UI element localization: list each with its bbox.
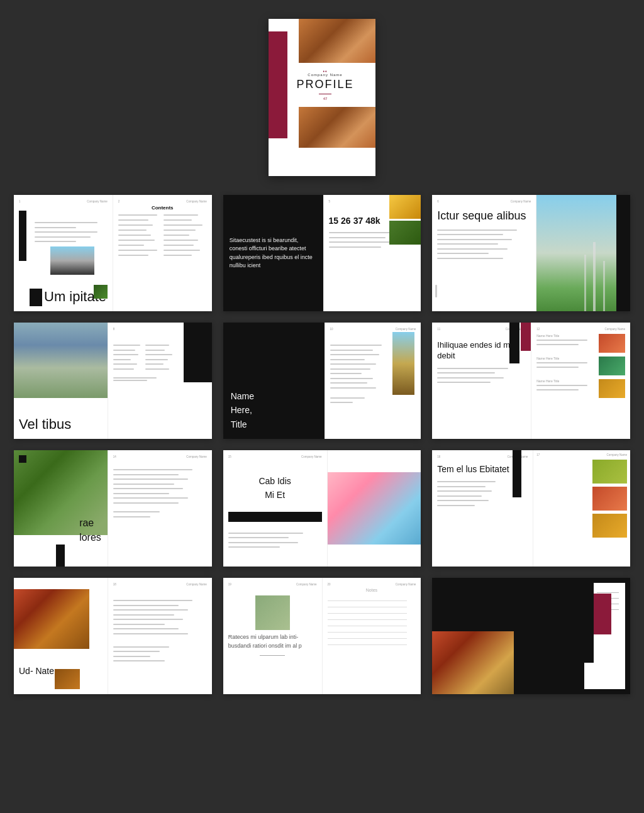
text-line [437,495,482,497]
spread-12 [432,578,630,694]
notes-title: Notes [328,588,416,592]
text-line [329,241,394,243]
company-name-1: Company Name [87,200,108,203]
page-num: 20 [328,583,331,586]
spread-12-white-bottom [584,663,625,689]
notes-line [328,600,408,601]
text-line [113,605,179,606]
spread-7-text-lines [113,468,207,505]
windmill-2 [584,255,586,311]
spread-11-page-right: 20 Company Name Notes [323,578,421,694]
food-image-1 [592,460,627,484]
stat-37: 37 [353,216,364,226]
spread-1-road-image [50,246,94,275]
page-num: 18 [113,583,116,586]
spread-6-page-right: 12 Company Name Name Here Title Name Her… [531,323,630,439]
team-item-3: Name Here Title [536,379,625,398]
text-line [228,542,299,543]
text-line [118,255,148,256]
company-name: Company Name [186,583,207,586]
rae-text: rae lores [79,516,101,545]
text-line [330,402,353,403]
text-line [330,359,365,360]
spread-1-left-header: 1 Company Name [19,200,108,203]
text-line [437,372,495,373]
title-line: Title [231,419,247,429]
spread-8-text-lines [228,531,322,550]
text-line [113,516,151,517]
spread-4-text-cols [113,343,175,371]
spread-3-side-text [435,284,437,299]
notes-line [328,644,408,645]
text-line [329,246,381,248]
spread-5: Name Here, Title 10 Company Name [223,323,421,439]
spread-5-bottom-lines [330,396,416,405]
text-line [113,646,169,648]
page-num-1: 1 [19,200,21,203]
page-num: 6 [437,200,439,203]
spread-7: rae lores 14 Company Name [14,450,212,567]
team-items: Name Here Title Name Here Title [536,334,625,398]
team-2-text: Name Here Title [536,357,596,369]
cover-page: ♦♦ Company Name PROFILE 47 [269,19,375,176]
text-line [437,382,490,383]
spread-4: Vel tibus 8 Company Name [14,323,212,439]
spread-3-page-left: 6 Company Name Ictur seque alibus [432,195,536,311]
spread-10: Ud- Nate 18 Company Name [14,578,212,694]
notes-lines [328,599,416,647]
text-line [536,362,587,363]
text-line [113,619,184,620]
spread-7-page-left: rae lores [14,450,108,567]
spread-3-black-rect [616,195,630,311]
text-line [113,350,136,351]
text-line [437,253,489,254]
text-line [228,533,303,534]
text-line [330,350,374,351]
spread-8: 15 Company Name Cab Idis Mi Et [223,450,421,567]
text-line [145,363,163,365]
text-line [145,368,169,370]
name-line: Name [231,391,254,401]
text-line [113,660,165,661]
windmill-3 [603,261,605,311]
text-line [113,363,137,365]
waterfall-image [14,323,108,398]
text-line [164,219,192,221]
text-line [437,481,496,482]
spread-8-left-header: 15 Company Name [228,455,322,458]
spread-1: 1 Company Name Um ipitate 2 C [14,195,212,311]
page-num: 11 [437,328,440,331]
cherry-blossom-image [328,472,421,545]
text-line [113,628,179,629]
spread-7-page-right: 14 Company Name [108,450,212,567]
food-image-3 [592,514,627,538]
green-square-image [255,595,290,630]
lores-line: lores [79,532,101,543]
spread-2-page-right: 5 Company Name 15 26 37 48k [324,195,421,311]
spread-1-black-bar [19,211,26,261]
page-num: 17 [536,453,540,456]
company-name: Company Name [606,453,627,456]
text-line [145,359,168,360]
name-here-text: Name Here, Title [231,389,254,431]
page-num: 16 [437,455,440,458]
text-line [437,248,508,250]
text-line [145,354,172,355]
text-line [118,245,144,246]
text-line [35,227,76,228]
spread-2-page-left: Sitaecustest is si bearundit, conesti of… [223,195,324,311]
text-line [437,500,489,501]
page-num: 10 [330,328,333,331]
spread-1-content [19,205,108,275]
stat-15: 15 [329,216,339,226]
spread-11-page-left: 19 Company Name Rateces mi ulparum lab i… [223,578,323,694]
spread-2: Sitaecustest is si bearundit, conesti of… [223,195,421,311]
notes-line [328,626,408,626]
cover-title: PROFILE [284,78,366,91]
team-3-name-label: Name Here Title [536,379,596,383]
spread-7-footer-lines [113,510,207,519]
text-line [330,373,362,374]
here-line: Here, [231,405,252,415]
spread-5-right-header: 10 Company Name [330,328,416,331]
team-2-image [599,357,625,375]
